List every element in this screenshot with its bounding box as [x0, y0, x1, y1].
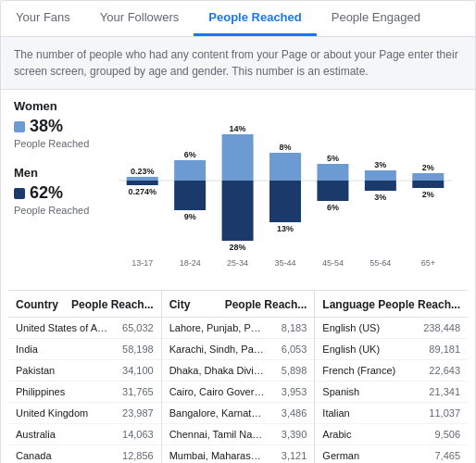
cell-value: 21,341: [429, 386, 460, 397]
women-label: Women: [14, 99, 97, 113]
cell-value: 22,643: [429, 365, 460, 376]
city-table: City People Reach... Lahore, Punjab, Pak…: [162, 291, 316, 463]
svg-text:6%: 6%: [327, 203, 339, 212]
country-table-header: Country People Reach...: [8, 291, 161, 318]
table-row: English (US)238,448: [315, 318, 468, 339]
cell-name: Spanish: [322, 386, 359, 397]
language-table: Language People Reach... English (US)238…: [315, 291, 468, 463]
svg-text:28%: 28%: [230, 243, 246, 252]
language-rows: English (US)238,448English (UK)89,181Fre…: [315, 318, 468, 463]
cell-name: Italian: [322, 407, 349, 419]
table-row: Italian11,037: [315, 403, 468, 424]
women-percent: 38%: [30, 117, 63, 136]
table-row: United Kingdom23,987: [8, 403, 161, 424]
svg-rect-6: [174, 160, 206, 181]
svg-rect-23: [317, 181, 348, 201]
cell-value: 7,465: [434, 450, 460, 461]
cell-name: United States of America: [16, 322, 113, 333]
cell-name: Dhaka, Dhaka Division,...: [169, 365, 267, 376]
svg-text:45-54: 45-54: [322, 258, 344, 268]
svg-rect-21: [317, 164, 348, 181]
women-legend: Women 38% People Reached: [14, 99, 97, 149]
svg-rect-18: [269, 181, 301, 222]
tab-your-fans[interactable]: Your Fans: [1, 1, 85, 36]
table-row: Canada12,856: [8, 445, 161, 463]
table-row: French (France)22,643: [315, 360, 468, 382]
country-col-header: Country: [16, 298, 58, 311]
svg-rect-8: [174, 181, 206, 210]
svg-rect-26: [365, 170, 396, 181]
svg-text:35-44: 35-44: [274, 258, 295, 268]
table-row: Philippines31,765: [8, 382, 161, 403]
women-color-row: 38%: [14, 117, 97, 136]
cell-value: 9,506: [434, 429, 460, 440]
country-rows: United States of America65,032India58,19…: [8, 318, 161, 463]
cell-name: Canada: [16, 450, 52, 461]
cell-name: English (US): [322, 322, 380, 333]
svg-text:2%: 2%: [422, 190, 434, 199]
svg-text:13%: 13%: [277, 224, 294, 233]
men-reached-label: People Reached: [14, 205, 97, 216]
table-row: Pakistan34,100: [8, 360, 161, 382]
table-row: Chennai, Tamil Nadu, I...3,390: [162, 424, 315, 445]
cell-name: United Kingdom: [16, 407, 88, 419]
table-row: Karachi, Sindh, Pakistan6,053: [162, 339, 315, 360]
tab-people-engaged[interactable]: People Engaged: [317, 1, 435, 36]
svg-text:3%: 3%: [374, 160, 386, 169]
cell-name: English (UK): [322, 344, 380, 355]
chart-bars: 0.23%0.274%13-176%9%18-2414%28%25-348%13…: [108, 99, 462, 284]
svg-rect-31: [412, 173, 444, 181]
cell-value: 238,448: [423, 322, 460, 333]
cell-name: Cairo, Cairo Governora...: [169, 386, 267, 397]
table-row: Australia14,063: [8, 424, 161, 445]
chart-section: Women 38% People Reached Men 62% People …: [1, 90, 475, 290]
men-color-row: 62%: [14, 183, 97, 203]
svg-text:25-34: 25-34: [227, 258, 248, 268]
svg-text:14%: 14%: [230, 124, 246, 133]
cell-name: Karachi, Sindh, Pakistan: [169, 344, 267, 355]
women-color-box: [14, 121, 25, 132]
cell-name: Pakistan: [16, 365, 55, 376]
tables-row: Country People Reach... United States of…: [8, 290, 468, 463]
men-color-box: [14, 188, 25, 199]
cell-value: 6,053: [282, 344, 307, 355]
tab-your-followers[interactable]: Your Followers: [85, 1, 194, 36]
svg-text:55-64: 55-64: [370, 258, 391, 268]
table-row: Bangalore, Karnataka,...3,486: [162, 403, 315, 424]
cell-value: 65,032: [122, 322, 154, 333]
tab-bar: Your Fans Your Followers People Reached …: [1, 1, 475, 37]
language-reach-header: People Reach...: [378, 298, 460, 311]
men-legend: Men 62% People Reached: [14, 166, 97, 216]
svg-text:65+: 65+: [421, 258, 435, 268]
city-rows: Lahore, Punjab, Pakistan8,183Karachi, Si…: [162, 318, 315, 463]
cell-name: India: [16, 344, 38, 355]
svg-rect-11: [222, 134, 254, 181]
cell-value: 58,198: [122, 344, 154, 355]
svg-text:8%: 8%: [279, 143, 291, 152]
language-col-header: Language: [322, 298, 375, 311]
cell-name: Lahore, Punjab, Pakistan: [169, 322, 267, 333]
cell-name: German: [322, 450, 359, 461]
svg-text:9%: 9%: [184, 212, 196, 221]
table-row: Mumbai, Maharashtra,...3,121: [162, 445, 315, 463]
cell-name: Chennai, Tamil Nadu, I...: [169, 429, 267, 440]
table-row: German7,465: [315, 445, 468, 463]
language-table-header: Language People Reach...: [315, 291, 468, 318]
cell-name: Mumbai, Maharashtra,...: [169, 450, 267, 461]
svg-rect-16: [269, 153, 301, 181]
tables-section: Country People Reach... United States of…: [1, 290, 475, 463]
cell-value: 5,898: [282, 365, 307, 376]
table-row: Spanish21,341: [315, 382, 468, 403]
svg-rect-28: [365, 181, 396, 191]
city-reach-header: People Reach...: [225, 298, 307, 311]
tab-people-reached[interactable]: People Reached: [194, 1, 316, 36]
country-reach-header: People Reach...: [71, 298, 154, 311]
country-table: Country People Reach... United States of…: [8, 291, 162, 463]
cell-name: Philippines: [16, 386, 65, 397]
cell-value: 8,183: [282, 322, 307, 333]
table-row: Dhaka, Dhaka Division,...5,898: [162, 360, 315, 382]
table-row: Lahore, Punjab, Pakistan8,183: [162, 318, 315, 339]
description-text: The number of people who had any content…: [1, 37, 475, 90]
svg-text:3%: 3%: [374, 193, 386, 202]
men-percent: 62%: [30, 183, 63, 203]
